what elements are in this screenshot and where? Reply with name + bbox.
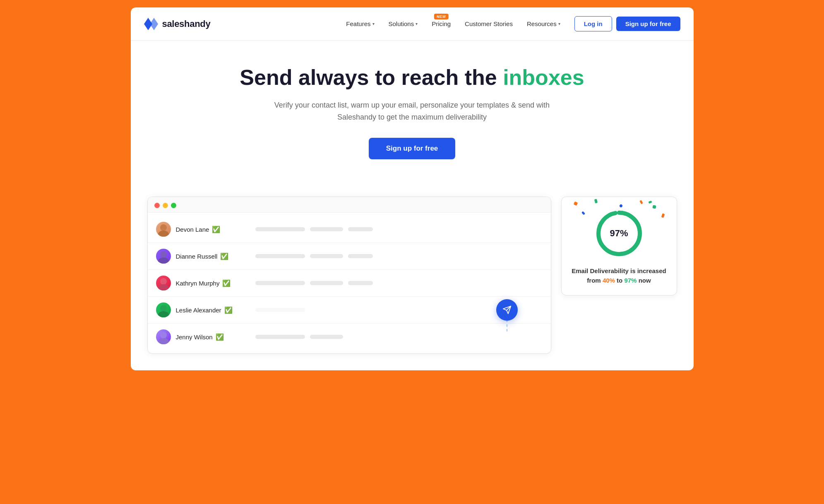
nav-buttons: Log in Sign up for free — [574, 16, 680, 31]
avatar — [156, 302, 171, 317]
navbar: saleshandy Features ▾ Solutions ▾ NEW Pr… — [131, 7, 694, 41]
meta-bar — [255, 308, 305, 312]
deliverability-card: 97% Email Deliverability is increased fr… — [561, 197, 677, 295]
contact-name: Jenny Wilson — [176, 334, 213, 341]
window-minimize-dot — [163, 203, 168, 208]
contact-meta — [255, 335, 543, 339]
contact-row: Kathryn Murphy ✅ — [148, 270, 551, 297]
nav-item-solutions[interactable]: Solutions ▾ — [383, 17, 424, 31]
avatar — [156, 249, 171, 264]
brand-name: saleshandy — [162, 19, 211, 29]
chevron-icon: ▾ — [416, 22, 418, 26]
avatar — [156, 329, 171, 344]
hero-subtitle: Verify your contact list, warm up your e… — [271, 99, 553, 123]
hero-signup-button[interactable]: Sign up for free — [369, 138, 456, 159]
meta-bar — [255, 227, 305, 231]
contact-row: Devon Lane ✅ — [148, 216, 551, 243]
deliverability-text: Email Deliverability is increased from 4… — [572, 266, 666, 285]
send-button[interactable] — [496, 299, 518, 321]
svg-point-5 — [158, 257, 169, 264]
dashboard-section: Devon Lane ✅ Dianne Russell — [131, 197, 694, 370]
contact-row: Dianne Russell ✅ — [148, 243, 551, 270]
contact-row: Leslie Alexander ✅ — [148, 297, 551, 324]
svg-point-7 — [158, 284, 169, 290]
svg-point-6 — [160, 278, 167, 285]
meta-bar — [255, 281, 305, 285]
nav-link-resources[interactable]: Resources ▾ — [521, 17, 566, 31]
nav-link-features[interactable]: Features ▾ — [340, 17, 380, 31]
logo-area[interactable]: saleshandy — [144, 18, 211, 30]
meta-bar — [310, 254, 343, 258]
chevron-icon: ▾ — [558, 22, 560, 26]
login-button[interactable]: Log in — [574, 16, 612, 31]
meta-bar — [348, 281, 373, 285]
meta-bar — [310, 281, 343, 285]
verified-icon: ✅ — [220, 252, 228, 260]
avatar — [156, 276, 171, 290]
signup-button-nav[interactable]: Sign up for free — [616, 17, 680, 31]
contact-name-area: Jenny Wilson ✅ — [176, 333, 250, 341]
contact-name-area: Kathryn Murphy ✅ — [176, 279, 250, 287]
contact-list: Devon Lane ✅ Dianne Russell — [148, 213, 551, 353]
send-icon — [502, 305, 512, 314]
meta-bar — [255, 335, 305, 339]
nav-link-customer-stories[interactable]: Customer Stories — [459, 17, 519, 31]
svg-point-3 — [158, 230, 169, 237]
svg-point-4 — [160, 251, 167, 258]
contact-meta — [255, 281, 543, 285]
logo-icon — [144, 18, 159, 30]
window-controls — [148, 197, 551, 213]
verified-icon: ✅ — [212, 226, 220, 233]
svg-point-10 — [160, 332, 167, 338]
meta-bar — [348, 254, 373, 258]
hero-section: Send always to reach the inboxes Verify … — [131, 41, 694, 197]
contact-name: Leslie Alexander — [176, 307, 221, 314]
svg-point-11 — [158, 338, 169, 344]
contact-meta — [255, 227, 543, 231]
contact-name-area: Leslie Alexander ✅ — [176, 306, 250, 314]
contact-name: Kathryn Murphy — [176, 280, 220, 287]
verified-icon: ✅ — [216, 333, 224, 341]
meta-bar — [348, 227, 373, 231]
contact-name: Dianne Russell — [176, 253, 218, 260]
verified-icon: ✅ — [222, 279, 231, 287]
nav-item-customer-stories[interactable]: Customer Stories — [459, 17, 519, 31]
hero-highlight: inboxes — [503, 65, 584, 89]
contact-name-area: Devon Lane ✅ — [176, 226, 250, 233]
chevron-icon: ▾ — [372, 22, 375, 26]
contact-meta — [255, 254, 543, 258]
contact-row: Jenny Wilson ✅ — [148, 324, 551, 350]
window-close-dot — [154, 203, 160, 208]
window-maximize-dot — [171, 203, 176, 208]
donut-label: 97% — [610, 228, 628, 239]
verified-icon: ✅ — [224, 306, 233, 314]
nav-item-features[interactable]: Features ▾ — [340, 17, 380, 31]
new-badge: NEW — [434, 14, 449, 19]
svg-marker-1 — [150, 18, 158, 30]
nav-link-solutions[interactable]: Solutions ▾ — [383, 17, 424, 31]
contact-name-area: Dianne Russell ✅ — [176, 252, 250, 260]
avatar — [156, 222, 171, 237]
hero-title: Send always to reach the inboxes — [147, 65, 677, 90]
nav-links: Features ▾ Solutions ▾ NEW Pricing Custo… — [340, 17, 566, 31]
svg-point-2 — [160, 224, 167, 231]
meta-bar — [310, 335, 343, 339]
svg-point-9 — [158, 311, 169, 317]
meta-bar — [310, 227, 343, 231]
donut-chart: 97% — [594, 209, 644, 258]
meta-bar — [255, 254, 305, 258]
to-value: 97% — [624, 277, 637, 284]
dashboard-card: Devon Lane ✅ Dianne Russell — [147, 197, 551, 354]
from-value: 40% — [603, 277, 615, 284]
nav-item-pricing[interactable]: NEW Pricing — [426, 17, 456, 31]
svg-point-8 — [160, 305, 167, 312]
page-container: saleshandy Features ▾ Solutions ▾ NEW Pr… — [131, 7, 694, 370]
contact-name: Devon Lane — [176, 226, 209, 233]
nav-item-resources[interactable]: Resources ▾ — [521, 17, 566, 31]
